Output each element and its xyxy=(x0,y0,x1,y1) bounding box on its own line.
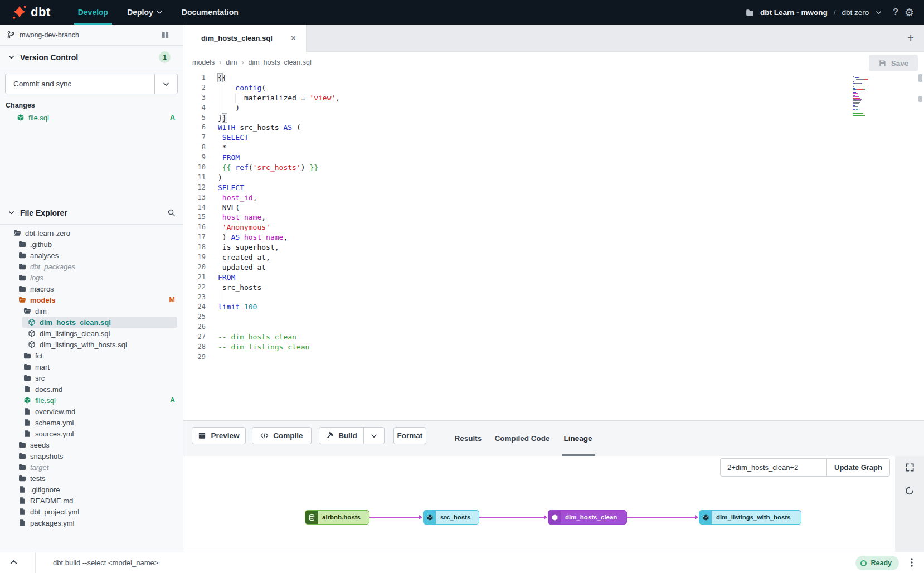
tree-item-dim-hosts-clean-sql[interactable]: dim_hosts_clean.sql xyxy=(0,317,183,328)
build-button[interactable]: Build xyxy=(319,427,364,444)
nav-develop[interactable]: Develop xyxy=(69,0,118,25)
tree-item--gitignore[interactable]: .gitignore xyxy=(0,484,183,495)
commit-options-chevron[interactable] xyxy=(154,74,177,94)
chevron-down-icon xyxy=(8,209,15,216)
tree-item-readme-md[interactable]: README.md xyxy=(0,495,183,506)
lineage-selector: Update Graph xyxy=(720,458,890,477)
tree-item-tests[interactable]: tests xyxy=(0,473,183,484)
tree-item-models[interactable]: modelsM xyxy=(0,294,183,305)
nav-deploy[interactable]: Deploy xyxy=(118,0,172,25)
scrollbar-thumb[interactable] xyxy=(918,96,922,102)
tree-item-packages-yml[interactable]: packages.yml xyxy=(0,517,183,528)
reset-view-icon[interactable] xyxy=(904,485,915,496)
file-tree: dbt-learn-zero.githubanalysesdbt_package… xyxy=(0,227,183,528)
environment-chevron-down-icon[interactable] xyxy=(875,9,882,16)
lineage-canvas[interactable]: Update Graph airbnb.hostssrc_hostsdim_ho… xyxy=(183,456,924,552)
chevron-up-icon[interactable] xyxy=(9,557,18,567)
preview-button[interactable]: Preview xyxy=(192,427,246,444)
lineage-node-airbnb-hosts[interactable]: airbnb.hosts xyxy=(305,510,369,525)
tree-item--github[interactable]: .github xyxy=(0,239,183,250)
line-number: 9 xyxy=(183,153,206,163)
indent-guide xyxy=(235,93,236,103)
tree-item-sources-yml[interactable]: sources.yml xyxy=(0,428,183,439)
lineage-node-dim-hosts-clean[interactable]: dim_hosts_clean xyxy=(548,510,627,525)
code-editor[interactable]: 1{{2 config(3 materialized = 'view',4 )5… xyxy=(183,73,924,420)
model-cube-icon xyxy=(17,114,25,122)
tree-item-analyses[interactable]: analyses xyxy=(0,250,183,261)
tree-item-dbt-learn-zero[interactable]: dbt-learn-zero xyxy=(0,227,183,239)
model-cube-icon xyxy=(28,341,36,348)
docs-panel-icon[interactable] xyxy=(161,31,169,39)
changed-file-row[interactable]: file.sql A xyxy=(0,111,183,124)
chevron-down-icon xyxy=(370,432,378,440)
tree-item-logs[interactable]: logs xyxy=(0,272,183,283)
tree-item-macros[interactable]: macros xyxy=(0,283,183,294)
nav-documentation[interactable]: Documentation xyxy=(172,0,248,25)
kebab-menu-icon[interactable] xyxy=(907,557,916,568)
line-number: 20 xyxy=(183,263,206,273)
editor-tab[interactable]: dim_hosts_clean.sql × xyxy=(183,25,307,52)
save-button[interactable]: Save xyxy=(869,55,918,71)
command-input[interactable] xyxy=(53,552,779,573)
format-button[interactable]: Format xyxy=(393,427,426,444)
tree-item-label: fct xyxy=(35,352,43,360)
breadcrumb-separator: › xyxy=(241,59,244,66)
line-number: 12 xyxy=(183,183,206,193)
search-icon[interactable] xyxy=(167,208,176,217)
tree-item-dim[interactable]: dim xyxy=(0,305,183,317)
file-explorer-header[interactable]: File Explorer xyxy=(0,201,183,225)
panel-tab-compiled-code[interactable]: Compiled Code xyxy=(494,421,549,456)
build-options-chevron[interactable] xyxy=(363,427,385,444)
code-line: 28-- dim_listings_clean xyxy=(183,342,924,352)
folder-open-icon xyxy=(13,229,21,237)
new-tab-plus-icon[interactable]: + xyxy=(907,25,914,52)
commit-and-sync-button[interactable]: Commit and sync xyxy=(5,74,178,94)
tree-item-dim-listings-with-hosts-sql[interactable]: dim_listings_with_hosts.sql xyxy=(0,339,183,350)
tree-item-src[interactable]: src xyxy=(0,372,183,383)
lineage-edge xyxy=(479,517,546,518)
tree-item-snapshots[interactable]: snapshots xyxy=(0,450,183,462)
close-icon[interactable]: × xyxy=(289,33,298,44)
dbt-logo[interactable]: dbt xyxy=(0,5,61,20)
tree-item-label: tests xyxy=(30,474,45,483)
tree-item-seeds[interactable]: seeds xyxy=(0,439,183,450)
tree-item-target[interactable]: target xyxy=(0,462,183,473)
file-icon xyxy=(18,508,26,516)
line-number: 5 xyxy=(183,113,206,123)
lineage-node-src-hosts[interactable]: src_hosts xyxy=(423,510,479,525)
file-icon xyxy=(18,485,26,493)
update-graph-button[interactable]: Update Graph xyxy=(826,458,890,477)
lineage-node-dim-listings-with-hosts[interactable]: dim_listings_with_hosts xyxy=(699,510,801,525)
panel-tab-lineage[interactable]: Lineage xyxy=(563,421,592,456)
tree-item-label: macros xyxy=(30,285,54,293)
lineage-selector-input[interactable] xyxy=(720,458,826,477)
line-number: 18 xyxy=(183,242,206,252)
tree-item-dbt-project-yml[interactable]: dbt_project.yml xyxy=(0,506,183,517)
environment-name[interactable]: dbt zero xyxy=(842,8,869,17)
tree-item-mart[interactable]: mart xyxy=(0,361,183,372)
panel-tab-results[interactable]: Results xyxy=(455,421,482,456)
line-number: 8 xyxy=(183,143,206,153)
fullscreen-icon[interactable] xyxy=(905,463,915,472)
model-cube-icon xyxy=(23,396,31,404)
code-line: 7 SELECT xyxy=(183,133,924,143)
help-icon[interactable]: ? xyxy=(893,7,898,17)
minimap[interactable] xyxy=(853,76,886,118)
tree-item-file-sql[interactable]: file.sqlA xyxy=(0,395,183,406)
tree-item-label: file.sql xyxy=(35,396,56,405)
tree-item-docs-md[interactable]: docs.md xyxy=(0,383,183,395)
code-line: 1{{ xyxy=(183,73,924,83)
line-number: 4 xyxy=(183,103,206,113)
line-number: 11 xyxy=(183,173,206,183)
folder-icon xyxy=(18,285,26,293)
project-name[interactable]: dbt Learn - mwong xyxy=(760,8,828,17)
compile-button[interactable]: Compile xyxy=(252,427,312,444)
tree-item-dbt-packages[interactable]: dbt_packages xyxy=(0,261,183,272)
settings-gear-icon[interactable]: ⚙ xyxy=(904,7,914,18)
tree-item-fct[interactable]: fct xyxy=(0,350,183,361)
tree-item-schema-yml[interactable]: schema.yml xyxy=(0,417,183,428)
tree-item-overview-md[interactable]: overview.md xyxy=(0,406,183,417)
version-control-header[interactable]: Version Control 1 xyxy=(0,46,183,69)
tree-item-dim-listings-clean-sql[interactable]: dim_listings_clean.sql xyxy=(0,328,183,339)
scrollbar-thumb[interactable] xyxy=(918,74,922,82)
